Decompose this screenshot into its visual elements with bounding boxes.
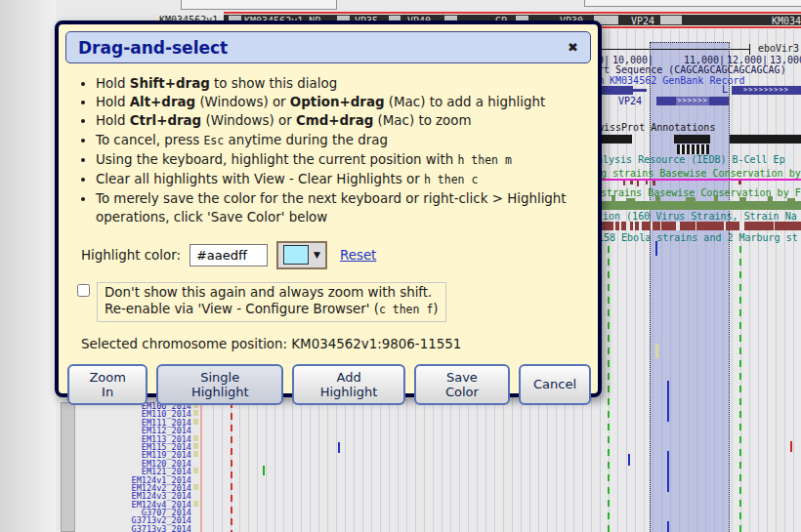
- dont-show-line2: Re-enable via 'View - Configure Browser'…: [105, 301, 439, 319]
- track-text: wissProt Annotations: [598, 122, 715, 133]
- track-label[interactable]: EM110_2014: [68, 409, 191, 417]
- single-highlight-button[interactable]: Single Highlight: [156, 364, 283, 405]
- dont-show-note: Don't show this again and always zoom wi…: [97, 282, 446, 322]
- track-text: KM034: [772, 16, 801, 26]
- reset-link[interactable]: Reset: [340, 248, 376, 263]
- track-label[interactable]: EM115_2014: [68, 442, 191, 450]
- color-swatch: [283, 245, 309, 265]
- track-text: alysis Resource (IEDB) B-Cell Ep: [597, 154, 785, 165]
- dialog-title: Drag-and-select: [78, 38, 228, 58]
- track-text: eboVir3: [758, 43, 799, 54]
- instruction-item: Hold Alt+drag (Windows) or Option+drag (…: [96, 93, 587, 111]
- track-label[interactable]: EM113_2014: [68, 434, 191, 442]
- dont-show-checkbox[interactable]: [77, 284, 90, 297]
- sequence-label-column: EM106_2014EM110_2014EM111_2014EM112_2014…: [68, 401, 191, 532]
- track-label[interactable]: G3713v2_2014: [68, 515, 191, 523]
- highlight-color-row: Highlight color: ▼ Reset: [81, 241, 591, 269]
- track-label[interactable]: EM121_2014: [68, 467, 191, 474]
- add-highlight-button[interactable]: Add Highlight: [292, 364, 405, 405]
- track-label[interactable]: G3713v3_2014: [68, 524, 191, 532]
- screen: >>>>>>>>>>>>>>>>>>>> KM034562v1KM034562v…: [0, 0, 801, 532]
- cancel-button[interactable]: Cancel: [519, 364, 591, 405]
- track-text: L: [722, 84, 728, 95]
- zoom-in-button[interactable]: Zoom In: [67, 364, 148, 405]
- selected-position: Selected chromosome position: KM034562v1…: [81, 337, 591, 351]
- track-label[interactable]: EM124v1_2014: [68, 475, 191, 483]
- instruction-item: Clear all highlights with View - Clear H…: [96, 170, 587, 189]
- instruction-item: To cancel, press Esc anytime during the …: [96, 131, 587, 150]
- track-label[interactable]: G3707_2014: [68, 508, 191, 515]
- highlight-color-label: Highlight color:: [81, 248, 181, 263]
- track-label[interactable]: EM124v4_2014: [68, 500, 191, 508]
- color-picker-dropdown[interactable]: ▼: [276, 241, 327, 269]
- instruction-item: To merely save the color for the next ke…: [96, 189, 587, 226]
- track-text: tion (160 Virus Strains, Strain Na: [597, 211, 797, 222]
- drag-and-select-dialog: Drag-and-select ✖ Hold Shift+drag to sho…: [55, 20, 602, 397]
- track-text: VP24: [631, 16, 654, 26]
- instruction-item: Hold Ctrl+drag (Windows) or Cmd+drag (Ma…: [96, 111, 587, 130]
- track-label[interactable]: EM112_2014: [68, 426, 191, 433]
- instruction-list: Hold Shift+drag to show this dialogHold …: [81, 74, 587, 227]
- track-text: strains Basewise Conservation by F: [601, 187, 801, 198]
- track-label[interactable]: EM124v3_2014: [68, 491, 191, 499]
- track-label[interactable]: EM124v2_2014: [68, 483, 191, 491]
- instruction-item: Hold Shift+drag to show this dialog: [96, 74, 587, 93]
- track-label[interactable]: EM120_2014: [68, 459, 191, 467]
- instruction-item: Using the keyboard, highlight the curren…: [96, 150, 587, 170]
- track-text: 158 Ebola strains and 2 Marburg st: [598, 232, 798, 243]
- dont-show-row: Don't show this again and always zoom wi…: [77, 282, 591, 322]
- dialog-buttons: Zoom In Single Highlight Add Highlight S…: [67, 364, 591, 405]
- dialog-titlebar[interactable]: Drag-and-select ✖: [65, 31, 591, 63]
- chevron-down-icon: ▼: [314, 250, 320, 260]
- highlight-color-input[interactable]: [190, 244, 268, 266]
- close-icon[interactable]: ✖: [568, 40, 578, 55]
- track-text: rt Sequence (CAGCAGCAGCAGCAGCAG): [598, 64, 786, 75]
- track-text: g strains Basewise Conservation by: [601, 168, 801, 179]
- save-color-button[interactable]: Save Color: [414, 364, 510, 405]
- track-label[interactable]: EM111_2014: [68, 418, 191, 426]
- track-label[interactable]: EM119_2014: [68, 450, 191, 458]
- track-text: VP24: [618, 96, 642, 106]
- dont-show-line1: Don't show this again and always zoom wi…: [105, 284, 439, 302]
